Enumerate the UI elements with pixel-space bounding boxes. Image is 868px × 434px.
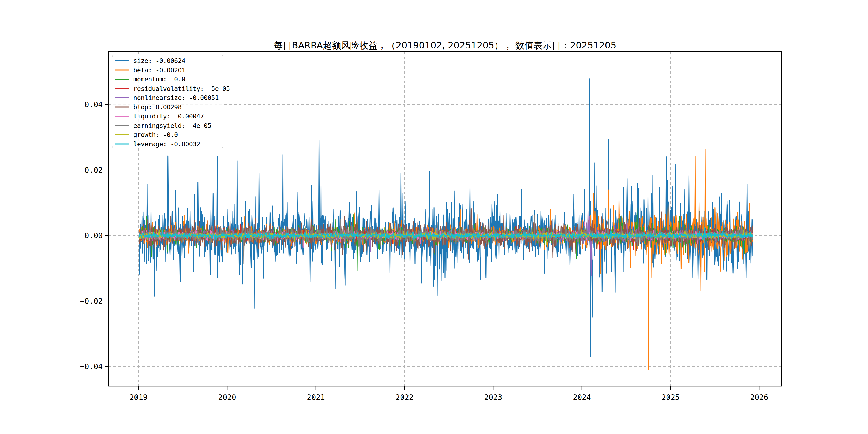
x-tick-label: 2019 — [129, 393, 147, 402]
y-tick-label: −0.04 — [80, 362, 103, 371]
y-tick-label: 0.04 — [85, 100, 103, 109]
series-line-size — [139, 79, 753, 357]
x-tick-label: 2025 — [661, 393, 679, 402]
chart-title: 每日BARRA超额风险收益，（20190102, 20251205）， 数值表示… — [274, 40, 616, 51]
y-tick-label: 0.00 — [85, 231, 103, 240]
x-tick-label: 2021 — [307, 393, 325, 402]
x-tick-label: 2026 — [750, 393, 768, 402]
data-series-layer — [139, 79, 753, 370]
legend-item-label: size: -0.00624 — [133, 57, 185, 64]
legend-item-label: earningsyield: -4e-05 — [133, 122, 211, 129]
matplotlib-figure: 20192020202120222023202420252026 0.040.0… — [0, 0, 868, 434]
y-tick-label: 0.02 — [85, 166, 103, 175]
legend-item-label: btop: 0.00298 — [133, 104, 182, 111]
legend-item-label: liquidity: -0.00047 — [133, 113, 204, 120]
legend-item-label: nonlinearsize: -0.00051 — [133, 94, 219, 101]
legend-item-label: residualvolatility: -5e-05 — [133, 85, 230, 92]
chart-canvas: 20192020202120222023202420252026 0.040.0… — [0, 0, 868, 434]
legend-item-label: momentum: -0.0 — [133, 76, 185, 83]
legend-item-label: leverage: -0.00032 — [133, 141, 200, 148]
x-axis-tick-labels: 20192020202120222023202420252026 — [129, 393, 768, 402]
x-tick-label: 2020 — [218, 393, 236, 402]
legend: size: -0.00624beta: -0.00201momentum: -0… — [112, 55, 230, 148]
x-tick-label: 2022 — [396, 393, 413, 402]
y-axis-tick-labels: 0.040.020.00−0.02−0.04 — [80, 100, 103, 371]
legend-item-label: beta: -0.00201 — [133, 67, 185, 74]
x-tick-label: 2023 — [484, 393, 502, 402]
legend-item-label: growth: -0.0 — [133, 131, 178, 138]
y-tick-label: −0.02 — [80, 297, 103, 306]
x-tick-label: 2024 — [573, 393, 591, 402]
